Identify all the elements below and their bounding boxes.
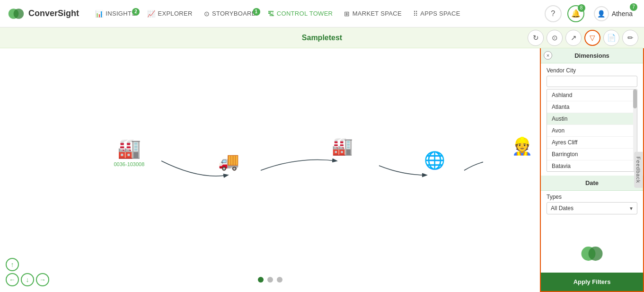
nav-item-insights[interactable]: 📊 INSIGHTS 2 — [90, 7, 141, 20]
types-label: Types — [541, 191, 643, 202]
subbar: Sampletest ↻ ⊙ ↗ ▽ 📄 ✏ — [0, 27, 644, 48]
nav-right: ? 🔔 8 👤 Athena 7 — [545, 4, 636, 23]
close-panel-button[interactable]: × — [544, 51, 552, 60]
dot-1[interactable] — [258, 277, 264, 283]
nav-label-market-space: MARKET SPACE — [353, 10, 402, 17]
city-atlanta[interactable]: Atlanta — [547, 101, 637, 113]
city-barrington[interactable]: Barrington — [547, 149, 637, 160]
truck-icon: 🚚 — [218, 151, 239, 171]
refresh-button[interactable]: ↻ — [528, 30, 544, 46]
nav-item-control-tower[interactable]: 🏗 CONTROL TOWER — [263, 7, 338, 20]
notification-button[interactable]: 🔔 8 — [567, 5, 584, 22]
date-select[interactable]: All Dates Custom Range Last 7 Days Last … — [547, 202, 637, 214]
notification-badge: 8 — [578, 4, 585, 12]
canvas: 🏭 0036-103008 🚚 🏭 🌐 👷 — [0, 48, 540, 292]
warehouse2-icon: 🏭 — [332, 136, 353, 156]
scrollbar-thumb[interactable] — [633, 89, 637, 108]
apply-filters-button[interactable]: Apply Filters — [541, 273, 643, 291]
dot-2[interactable] — [267, 277, 273, 283]
node-globe[interactable]: 🌐 — [424, 150, 445, 170]
city-ayres-cliff[interactable]: Ayres Cliff — [547, 137, 637, 149]
city-austin[interactable]: Austin — [547, 113, 637, 125]
insights-badge: 2 — [132, 8, 140, 16]
help-icon: ? — [551, 9, 555, 18]
warehouse1-label: 0036-103008 — [114, 161, 145, 167]
nav-label-explorer: EXPLORER — [158, 10, 192, 17]
feedback-tab[interactable]: Feedback — [634, 151, 643, 187]
nav-label-apps-space: APPS SPACE — [420, 10, 460, 17]
dimensions-header: Dimensions — [541, 48, 643, 63]
nav-item-market-space[interactable]: ⊞ MARKET SPACE — [339, 7, 406, 20]
nav-item-apps-space[interactable]: ⠿ APPS SPACE — [408, 7, 465, 20]
user-badge: 7 — [630, 3, 637, 11]
globe-icon: 🌐 — [424, 150, 445, 170]
user-avatar: 👤 — [594, 6, 609, 21]
logo-icon — [8, 5, 25, 22]
nav-label-insights: INSIGHTS — [106, 10, 136, 17]
nav-items: 📊 INSIGHTS 2 📈 EXPLORER ⊙ STORYBOARD 1 🏗… — [90, 7, 543, 20]
filter-button[interactable]: ▽ — [584, 30, 600, 46]
vendor-city-label: Vendor City — [541, 63, 643, 76]
navbar: ConverSight 📊 INSIGHTS 2 📈 EXPLORER ⊙ ST… — [0, 0, 644, 27]
target-button[interactable]: ⊙ — [547, 30, 563, 46]
insights-icon: 📊 — [95, 10, 103, 18]
node-truck[interactable]: 🚚 — [218, 151, 239, 171]
date-select-wrapper[interactable]: All Dates Custom Range Last 7 Days Last … — [547, 202, 637, 214]
svg-point-4 — [589, 247, 603, 261]
document-button[interactable]: 📄 — [603, 30, 619, 46]
page-dots — [258, 277, 282, 283]
right-circle-button[interactable]: → — [36, 273, 49, 286]
city-avon[interactable]: Avon — [547, 125, 637, 137]
node-person[interactable]: 👷 — [512, 136, 533, 156]
city-search-input[interactable] — [547, 76, 637, 87]
control-tower-icon: 🏗 — [268, 10, 274, 18]
bottom-icons: ↑ ← ↓ → — [6, 258, 49, 286]
up-circle-button[interactable]: ↑ — [6, 258, 19, 271]
down-circle-button[interactable]: ↓ — [21, 273, 34, 286]
nav-item-explorer[interactable]: 📈 EXPLORER — [142, 7, 197, 20]
explorer-icon: 📈 — [147, 10, 155, 18]
flow-diagram: 🏭 0036-103008 🚚 🏭 🌐 👷 — [57, 123, 483, 218]
node-warehouse1[interactable]: 🏭 0036-103008 — [114, 137, 145, 167]
side-panel: × Dimensions Vendor City Ashland Atlanta… — [540, 48, 644, 292]
city-batavia[interactable]: Batavia — [547, 160, 637, 172]
subbar-title: Sampletest — [302, 34, 342, 42]
node-warehouse2[interactable]: 🏭 — [332, 136, 353, 156]
logo-area[interactable]: ConverSight — [8, 5, 79, 22]
storyboard-icon: ⊙ — [204, 10, 210, 18]
dot-3[interactable] — [277, 277, 282, 283]
subbar-icons: ↻ ⊙ ↗ ▽ 📄 ✏ — [528, 30, 638, 46]
city-ashland[interactable]: Ashland — [547, 89, 637, 101]
left-circle-button[interactable]: ← — [6, 273, 19, 286]
panel-logo — [580, 242, 604, 267]
nav-item-storyboard[interactable]: ⊙ STORYBOARD 1 — [199, 7, 261, 20]
svg-point-1 — [14, 9, 24, 19]
main-area: 🏭 0036-103008 🚚 🏭 🌐 👷 — [0, 48, 644, 292]
help-button[interactable]: ? — [545, 5, 562, 22]
nav-label-control-tower: CONTROL TOWER — [277, 10, 333, 17]
brand-name: ConverSight — [28, 9, 79, 18]
warehouse1-icon: 🏭 — [117, 137, 141, 159]
edit-button[interactable]: ✏ — [622, 30, 638, 46]
nav-label-storyboard: STORYBOARD — [212, 10, 256, 17]
apps-space-icon: ⠿ — [413, 10, 418, 18]
user-area[interactable]: 👤 Athena 7 — [590, 4, 636, 23]
market-space-icon: ⊞ — [344, 10, 350, 18]
trending-button[interactable]: ↗ — [565, 30, 582, 46]
date-header: Date — [541, 176, 643, 191]
storyboard-badge: 1 — [253, 8, 260, 16]
person-icon: 👷 — [512, 136, 533, 156]
city-list[interactable]: Ashland Atlanta Austin Avon Ayres Cliff … — [547, 89, 637, 172]
user-name: Athena — [612, 10, 633, 18]
